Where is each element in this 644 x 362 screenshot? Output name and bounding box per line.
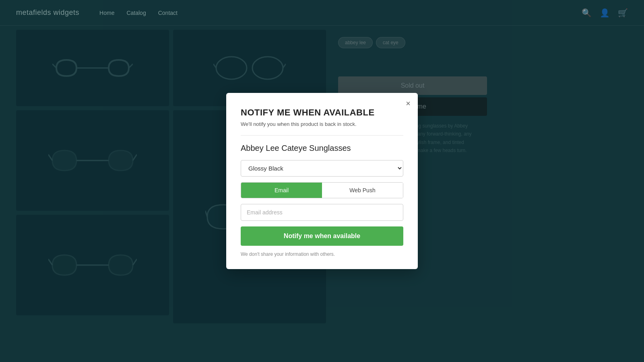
notify-modal: × NOTIFY ME WHEN AVAILABLE We'll notify … [226, 93, 418, 269]
modal-close-button[interactable]: × [406, 99, 411, 107]
modal-overlay[interactable]: × NOTIFY ME WHEN AVAILABLE We'll notify … [0, 0, 644, 362]
modal-divider [241, 135, 403, 136]
email-input[interactable] [241, 204, 403, 221]
modal-privacy-text: We don't share your information with oth… [241, 251, 403, 257]
tab-email[interactable]: Email [241, 183, 322, 198]
modal-notification-tabs: Email Web Push [241, 182, 403, 198]
modal-product-name: Abbey Lee Cateye Sunglasses [241, 144, 403, 153]
modal-subtitle: We'll notify you when this product is ba… [241, 121, 403, 127]
tab-web-push[interactable]: Web Push [322, 183, 403, 198]
modal-title: NOTIFY ME WHEN AVAILABLE [241, 107, 403, 118]
notify-when-available-button[interactable]: Notify me when available [241, 226, 403, 246]
modal-variant-select[interactable]: Glossy Black Black Matte Tortoise [241, 160, 403, 177]
